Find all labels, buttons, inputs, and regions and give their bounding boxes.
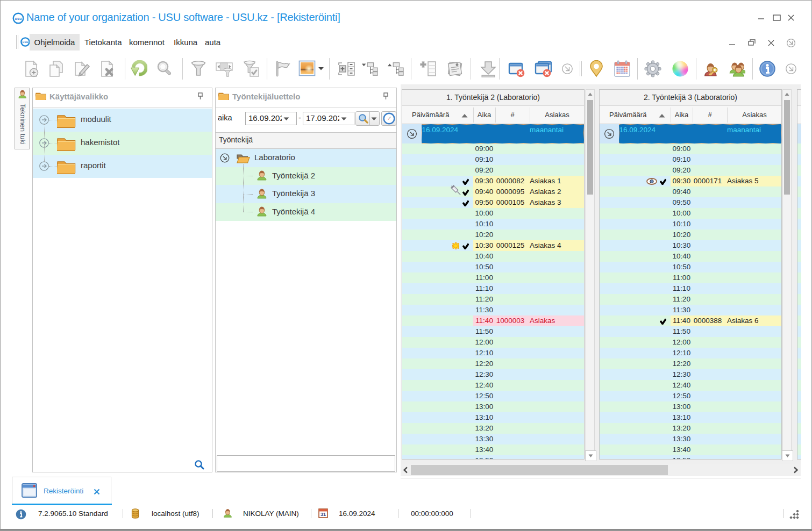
svg-text:usu: usu <box>23 40 29 44</box>
svg-text:31: 31 <box>320 512 326 517</box>
svg-text:usu: usu <box>15 16 22 21</box>
